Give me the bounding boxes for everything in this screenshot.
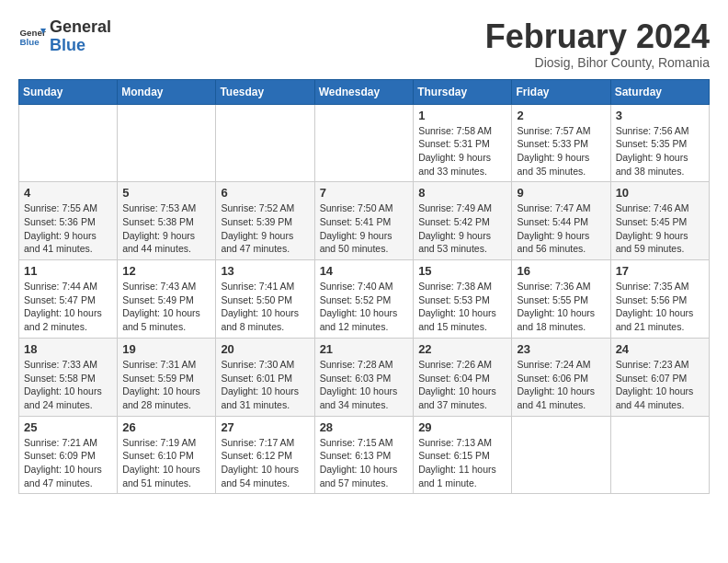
day-info: Sunrise: 7:46 AM Sunset: 5:45 PM Dayligh… [616, 201, 704, 256]
day-number: 26 [122, 420, 210, 434]
day-info: Sunrise: 7:56 AM Sunset: 5:35 PM Dayligh… [616, 124, 704, 178]
calendar-week-row: 11Sunrise: 7:44 AM Sunset: 5:47 PM Dayli… [19, 260, 710, 339]
day-number: 11 [24, 264, 112, 278]
day-number: 29 [418, 420, 506, 434]
calendar-cell: 18Sunrise: 7:33 AM Sunset: 5:58 PM Dayli… [19, 338, 118, 416]
day-info: Sunrise: 7:17 AM Sunset: 6:12 PM Dayligh… [221, 436, 309, 490]
weekday-header: Sunday [19, 79, 118, 104]
calendar-cell: 23Sunrise: 7:24 AM Sunset: 6:06 PM Dayli… [512, 338, 610, 416]
calendar-week-row: 25Sunrise: 7:21 AM Sunset: 6:09 PM Dayli… [19, 416, 710, 494]
day-number: 18 [24, 342, 112, 356]
calendar-cell [19, 104, 118, 182]
calendar-cell: 11Sunrise: 7:44 AM Sunset: 5:47 PM Dayli… [19, 260, 118, 339]
subtitle: Diosig, Bihor County, Romania [485, 55, 710, 70]
calendar-cell: 6Sunrise: 7:52 AM Sunset: 5:39 PM Daylig… [216, 182, 314, 260]
calendar-cell: 17Sunrise: 7:35 AM Sunset: 5:56 PM Dayli… [610, 260, 709, 339]
calendar-cell: 19Sunrise: 7:31 AM Sunset: 5:59 PM Dayli… [118, 338, 216, 416]
day-number: 8 [418, 186, 506, 200]
day-number: 7 [320, 186, 409, 200]
weekday-header: Saturday [610, 79, 709, 104]
day-info: Sunrise: 7:44 AM Sunset: 5:47 PM Dayligh… [24, 280, 112, 334]
day-info: Sunrise: 7:15 AM Sunset: 6:13 PM Dayligh… [320, 436, 409, 490]
calendar-cell: 29Sunrise: 7:13 AM Sunset: 6:15 PM Dayli… [414, 416, 512, 494]
weekday-header: Tuesday [216, 79, 314, 104]
calendar-cell [512, 416, 610, 494]
calendar-cell: 28Sunrise: 7:15 AM Sunset: 6:13 PM Dayli… [314, 416, 414, 494]
day-info: Sunrise: 7:55 AM Sunset: 5:36 PM Dayligh… [24, 201, 112, 256]
day-info: Sunrise: 7:40 AM Sunset: 5:52 PM Dayligh… [320, 280, 409, 334]
calendar-cell: 15Sunrise: 7:38 AM Sunset: 5:53 PM Dayli… [414, 260, 512, 339]
calendar-cell: 10Sunrise: 7:46 AM Sunset: 5:45 PM Dayli… [610, 182, 709, 260]
logo-general-text: General [50, 18, 111, 37]
day-info: Sunrise: 7:43 AM Sunset: 5:49 PM Dayligh… [122, 280, 210, 334]
day-number: 27 [221, 420, 309, 434]
day-info: Sunrise: 7:23 AM Sunset: 6:07 PM Dayligh… [616, 358, 704, 412]
day-info: Sunrise: 7:26 AM Sunset: 6:04 PM Dayligh… [418, 358, 506, 412]
calendar-cell [610, 416, 709, 494]
day-number: 22 [418, 342, 506, 356]
day-info: Sunrise: 7:53 AM Sunset: 5:38 PM Dayligh… [122, 201, 210, 256]
calendar-cell: 25Sunrise: 7:21 AM Sunset: 6:09 PM Dayli… [19, 416, 118, 494]
calendar-cell: 14Sunrise: 7:40 AM Sunset: 5:52 PM Dayli… [314, 260, 414, 339]
day-number: 25 [24, 420, 112, 434]
calendar-week-row: 18Sunrise: 7:33 AM Sunset: 5:58 PM Dayli… [19, 338, 710, 416]
day-number: 14 [320, 264, 409, 278]
day-info: Sunrise: 7:33 AM Sunset: 5:58 PM Dayligh… [24, 358, 112, 412]
calendar-cell: 12Sunrise: 7:43 AM Sunset: 5:49 PM Dayli… [118, 260, 216, 339]
day-info: Sunrise: 7:13 AM Sunset: 6:15 PM Dayligh… [418, 436, 506, 490]
day-number: 6 [221, 186, 309, 200]
day-info: Sunrise: 7:31 AM Sunset: 5:59 PM Dayligh… [122, 358, 210, 412]
weekday-header: Friday [512, 79, 610, 104]
day-info: Sunrise: 7:47 AM Sunset: 5:44 PM Dayligh… [517, 201, 605, 256]
day-info: Sunrise: 7:35 AM Sunset: 5:56 PM Dayligh… [616, 280, 704, 334]
calendar-cell: 21Sunrise: 7:28 AM Sunset: 6:03 PM Dayli… [314, 338, 414, 416]
day-info: Sunrise: 7:36 AM Sunset: 5:55 PM Dayligh… [517, 280, 605, 334]
day-number: 17 [616, 264, 704, 278]
day-info: Sunrise: 7:41 AM Sunset: 5:50 PM Dayligh… [221, 280, 309, 334]
calendar-cell [216, 104, 314, 182]
day-info: Sunrise: 7:19 AM Sunset: 6:10 PM Dayligh… [122, 436, 210, 490]
day-number: 5 [122, 186, 210, 200]
day-info: Sunrise: 7:21 AM Sunset: 6:09 PM Dayligh… [24, 436, 112, 490]
calendar-cell: 7Sunrise: 7:50 AM Sunset: 5:41 PM Daylig… [314, 182, 414, 260]
calendar-cell: 20Sunrise: 7:30 AM Sunset: 6:01 PM Dayli… [216, 338, 314, 416]
day-number: 23 [517, 342, 605, 356]
day-number: 3 [616, 109, 704, 122]
calendar-cell: 1Sunrise: 7:58 AM Sunset: 5:31 PM Daylig… [414, 104, 512, 182]
svg-text:Blue: Blue [20, 37, 40, 47]
day-number: 21 [320, 342, 409, 356]
day-number: 20 [221, 342, 309, 356]
day-number: 24 [616, 342, 704, 356]
calendar-cell [314, 104, 414, 182]
calendar-cell: 26Sunrise: 7:19 AM Sunset: 6:10 PM Dayli… [118, 416, 216, 494]
calendar-week-row: 4Sunrise: 7:55 AM Sunset: 5:36 PM Daylig… [19, 182, 710, 260]
day-info: Sunrise: 7:30 AM Sunset: 6:01 PM Dayligh… [221, 358, 309, 412]
day-number: 10 [616, 186, 704, 200]
day-info: Sunrise: 7:57 AM Sunset: 5:33 PM Dayligh… [517, 124, 605, 178]
day-number: 15 [418, 264, 506, 278]
calendar-cell: 16Sunrise: 7:36 AM Sunset: 5:55 PM Dayli… [512, 260, 610, 339]
header: General Blue General Blue February 2024 … [18, 18, 710, 70]
calendar-header-row: SundayMondayTuesdayWednesdayThursdayFrid… [19, 79, 710, 104]
main-title: February 2024 [485, 18, 710, 55]
logo: General Blue General Blue [18, 18, 111, 55]
day-info: Sunrise: 7:28 AM Sunset: 6:03 PM Dayligh… [320, 358, 409, 412]
calendar-week-row: 1Sunrise: 7:58 AM Sunset: 5:31 PM Daylig… [19, 104, 710, 182]
title-area: February 2024 Diosig, Bihor County, Roma… [485, 18, 710, 70]
calendar-cell: 22Sunrise: 7:26 AM Sunset: 6:04 PM Dayli… [414, 338, 512, 416]
day-info: Sunrise: 7:49 AM Sunset: 5:42 PM Dayligh… [418, 201, 506, 256]
weekday-header: Thursday [414, 79, 512, 104]
day-info: Sunrise: 7:58 AM Sunset: 5:31 PM Dayligh… [418, 124, 506, 178]
day-info: Sunrise: 7:50 AM Sunset: 5:41 PM Dayligh… [320, 201, 409, 256]
day-number: 1 [418, 109, 506, 122]
weekday-header: Wednesday [314, 79, 414, 104]
logo-icon: General Blue [18, 23, 46, 51]
calendar-cell: 27Sunrise: 7:17 AM Sunset: 6:12 PM Dayli… [216, 416, 314, 494]
weekday-header: Monday [118, 79, 216, 104]
day-number: 13 [221, 264, 309, 278]
calendar-cell: 8Sunrise: 7:49 AM Sunset: 5:42 PM Daylig… [414, 182, 512, 260]
day-number: 9 [517, 186, 605, 200]
day-number: 28 [320, 420, 409, 434]
calendar-cell: 24Sunrise: 7:23 AM Sunset: 6:07 PM Dayli… [610, 338, 709, 416]
day-number: 12 [122, 264, 210, 278]
